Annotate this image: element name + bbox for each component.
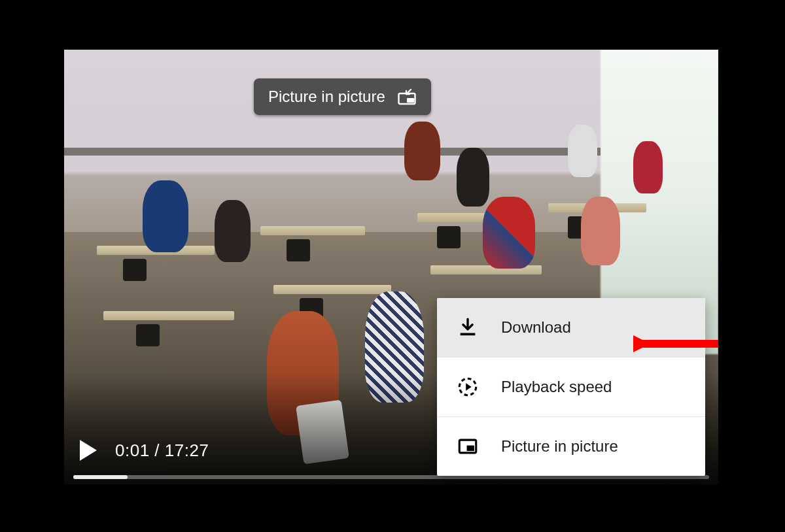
duration: 17:27 — [165, 441, 209, 460]
menu-item-pip[interactable]: Picture in picture — [437, 416, 705, 476]
pip-tooltip-label: Picture in picture — [268, 88, 385, 106]
pip-enter-icon — [397, 88, 417, 105]
menu-item-label: Download — [501, 318, 571, 337]
svg-rect-2 — [461, 333, 476, 336]
player-context-menu: Download Playback speed Picture in pictu… — [437, 298, 705, 476]
video-player[interactable]: Picture in picture 0:01 / 17:27 Download — [64, 50, 718, 484]
menu-item-download[interactable]: Download — [437, 298, 705, 357]
svg-rect-1 — [407, 98, 414, 103]
play-button[interactable] — [80, 440, 97, 461]
svg-rect-5 — [467, 446, 474, 452]
pip-icon — [457, 435, 479, 457]
timecode: 0:01 / 17:27 — [115, 441, 209, 461]
player-controls: 0:01 / 17:27 — [80, 440, 209, 461]
progress-bar-played — [73, 475, 128, 479]
time-separator: / — [150, 441, 165, 460]
playback-speed-icon — [457, 376, 479, 398]
pip-tooltip[interactable]: Picture in picture — [254, 78, 431, 115]
menu-item-playback-speed[interactable]: Playback speed — [437, 357, 705, 416]
menu-item-label: Picture in picture — [501, 437, 618, 456]
menu-item-label: Playback speed — [501, 378, 612, 396]
current-time: 0:01 — [115, 441, 150, 460]
download-icon — [457, 316, 479, 339]
